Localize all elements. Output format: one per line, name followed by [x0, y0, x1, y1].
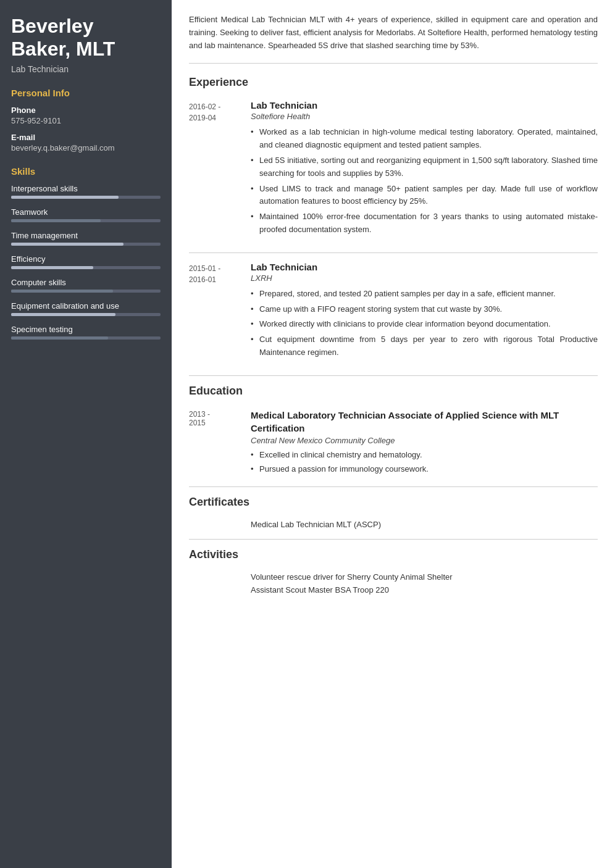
skills-section: Skills Interpersonal skillsTeamworkTime …: [11, 166, 161, 340]
education-section: Education 2013 -2015Medical Laboratory T…: [189, 385, 598, 477]
edu-bullet: Excelled in clinical chemistry and hemat…: [251, 449, 598, 462]
skill-name: Time management: [11, 231, 161, 240]
main-content: Efficient Medical Lab Technician MLT wit…: [172, 0, 615, 868]
edu-school: Central New Mexico Community College: [251, 436, 598, 445]
skill-bar-bg: [11, 196, 161, 199]
experience-block: 2016-02 -2019-04Lab TechnicianSoltefiore…: [189, 100, 598, 238]
edu-content: Medical Laboratory Technician Associate …: [251, 409, 598, 477]
activity-block: Assistant Scout Master BSA Troop 220: [189, 585, 598, 595]
sidebar: Beverley Baker, MLT Lab Technician Perso…: [0, 0, 172, 868]
skill-bar-fill: [11, 266, 93, 269]
exp-bullet: Worked directly with clinicians to provi…: [251, 318, 598, 331]
email-value: beverley.q.baker@gmail.com: [11, 143, 161, 152]
skill-item: Efficiency: [11, 254, 161, 269]
certificates-title: Certificates: [189, 496, 598, 511]
skill-item: Time management: [11, 231, 161, 246]
personal-info-section: Personal Info Phone 575-952-9101 E-mail …: [11, 88, 161, 152]
exp-bullet: Maintained 100% error-free documentation…: [251, 211, 598, 236]
activity-block: Volunteer rescue driver for Sherry Count…: [189, 572, 598, 582]
activities-divider: [189, 539, 598, 540]
skill-name: Teamwork: [11, 207, 161, 217]
phone-label: Phone: [11, 106, 161, 115]
education-block: 2013 -2015Medical Laboratory Technician …: [189, 409, 598, 477]
exp-bullets: Prepared, stored, and tested 20 patient …: [251, 288, 598, 359]
education-title: Education: [189, 385, 598, 400]
exp-content: Lab TechnicianSoltefiore HealthWorked as…: [251, 100, 598, 238]
edu-divider: [189, 375, 598, 376]
skill-bar-bg: [11, 266, 161, 269]
activities-list: Volunteer rescue driver for Sherry Count…: [189, 572, 598, 595]
skill-item: Teamwork: [11, 207, 161, 222]
edu-degree: Medical Laboratory Technician Associate …: [251, 409, 598, 435]
skill-item: Computer skills: [11, 278, 161, 293]
exp-divider: [189, 252, 598, 253]
skill-name: Specimen testing: [11, 325, 161, 334]
exp-bullet: Came up with a FIFO reagent storing syst…: [251, 303, 598, 316]
skill-item: Equipment calibration and use: [11, 301, 161, 316]
skill-bar-fill: [11, 336, 108, 340]
activities-title: Activities: [189, 548, 598, 564]
email-label: E-mail: [11, 133, 161, 142]
summary-text: Efficient Medical Lab Technician MLT wit…: [189, 14, 598, 64]
skill-name: Computer skills: [11, 278, 161, 287]
exp-dates: 2015-01 -2016-01: [189, 262, 251, 362]
certificates-section: Certificates Medical Lab Technician MLT …: [189, 496, 598, 529]
skill-bar-bg: [11, 243, 161, 246]
skill-name: Interpersonal skills: [11, 184, 161, 193]
skill-bar-bg: [11, 219, 161, 222]
exp-bullets: Worked as a lab technician in high-volum…: [251, 126, 598, 236]
activity-text: Volunteer rescue driver for Sherry Count…: [251, 572, 598, 582]
skill-bar-fill: [11, 196, 119, 199]
activities-section: Activities Volunteer rescue driver for S…: [189, 548, 598, 595]
skill-bar-bg: [11, 290, 161, 293]
phone-value: 575-952-9101: [11, 116, 161, 125]
exp-bullet: Cut equipment downtime from 5 days per y…: [251, 333, 598, 359]
candidate-name: Beverley Baker, MLT: [11, 15, 161, 61]
certificates-list: Medical Lab Technician MLT (ASCP): [189, 520, 598, 529]
exp-job-title: Lab Technician: [251, 100, 598, 111]
exp-company: Soltefiore Health: [251, 112, 598, 121]
experience-title: Experience: [189, 76, 598, 91]
edu-dates: 2013 -2015: [189, 409, 251, 477]
skill-name: Efficiency: [11, 254, 161, 264]
exp-company: LXRH: [251, 273, 598, 283]
experience-section: Experience 2016-02 -2019-04Lab Technicia…: [189, 76, 598, 361]
exp-job-title: Lab Technician: [251, 262, 598, 272]
skill-bar-bg: [11, 336, 161, 340]
name-line1: Beverley: [11, 15, 93, 37]
skill-bar-fill: [11, 243, 123, 246]
certificate-text: Medical Lab Technician MLT (ASCP): [251, 520, 598, 529]
skill-item: Specimen testing: [11, 325, 161, 340]
skill-bar-bg: [11, 313, 161, 316]
resume-wrapper: Beverley Baker, MLT Lab Technician Perso…: [0, 0, 615, 868]
personal-info-title: Personal Info: [11, 88, 161, 98]
education-list: 2013 -2015Medical Laboratory Technician …: [189, 409, 598, 477]
exp-bullet: Worked as a lab technician in high-volum…: [251, 126, 598, 152]
job-title-sidebar: Lab Technician: [11, 64, 161, 74]
skill-bar-fill: [11, 290, 113, 293]
cert-divider: [189, 486, 598, 487]
exp-dates: 2016-02 -2019-04: [189, 100, 251, 238]
experience-list: 2016-02 -2019-04Lab TechnicianSoltefiore…: [189, 100, 598, 361]
skills-list: Interpersonal skillsTeamworkTime managem…: [11, 184, 161, 340]
edu-bullets: Excelled in clinical chemistry and hemat…: [251, 449, 598, 476]
exp-bullet: Prepared, stored, and tested 20 patient …: [251, 288, 598, 301]
certificate-block: Medical Lab Technician MLT (ASCP): [189, 520, 598, 529]
name-line2: Baker, MLT: [11, 38, 115, 60]
skill-bar-fill: [11, 313, 115, 316]
skill-item: Interpersonal skills: [11, 184, 161, 199]
experience-block: 2015-01 -2016-01Lab TechnicianLXRHPrepar…: [189, 262, 598, 362]
exp-bullet: Used LIMS to track and manage 50+ patien…: [251, 183, 598, 209]
exp-bullet: Led 5S initiative, sorting out and reorg…: [251, 154, 598, 180]
skill-name: Equipment calibration and use: [11, 301, 161, 311]
exp-content: Lab TechnicianLXRHPrepared, stored, and …: [251, 262, 598, 362]
skill-bar-fill: [11, 219, 101, 222]
skills-title: Skills: [11, 166, 161, 177]
activity-text: Assistant Scout Master BSA Troop 220: [251, 585, 598, 595]
edu-bullet: Pursued a passion for immunology coursew…: [251, 463, 598, 476]
